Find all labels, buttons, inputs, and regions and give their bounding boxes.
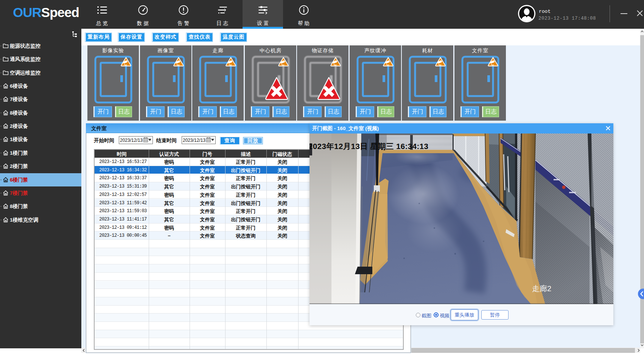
svg-text:2023年12月13日 星期三 16:34:13: 2023年12月13日 星期三 16:34:13 [310,142,428,151]
svg-text:走廊2: 走廊2 [532,284,551,293]
